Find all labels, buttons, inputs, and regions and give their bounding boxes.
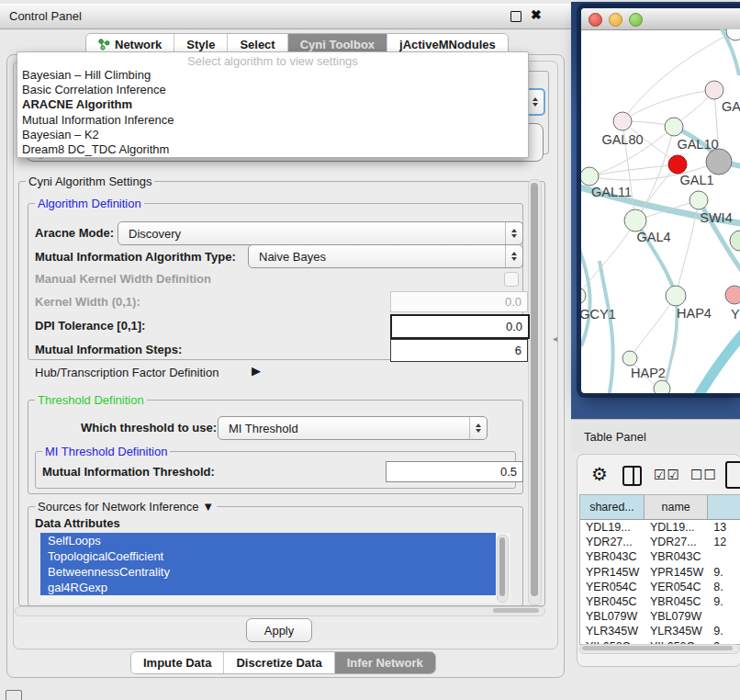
- network-canvas[interactable]: GAL GAL80 GAL10 GAL1 GAL11 SWI4 GAL4 GCY…: [581, 29, 740, 393]
- new-document-icon[interactable]: [725, 461, 740, 489]
- node-swi4[interactable]: [690, 191, 708, 209]
- column-header-partial[interactable]: [708, 495, 740, 520]
- float-window-icon[interactable]: [510, 11, 521, 22]
- tab-infer-network[interactable]: Infer Network: [335, 652, 435, 673]
- manual-kernel-checkbox[interactable]: [504, 272, 519, 287]
- node-label: SWI4: [700, 210, 732, 225]
- table-header-row: shared... name: [580, 495, 740, 520]
- mi-steps-label: Mutual Information Steps:: [35, 343, 182, 356]
- minimize-traffic-light[interactable]: [609, 13, 622, 27]
- node-label: GCY1: [581, 307, 616, 322]
- table-row[interactable]: YDL19...YDL19...13: [580, 520, 740, 536]
- menu-item-aracne[interactable]: ARACNE Algorithm: [17, 97, 528, 112]
- node-table: shared... name YDL19...YDL19...13 YDR27.…: [579, 494, 740, 645]
- algorithm-dropdown-popup: Select algorithm to view settings Bayesi…: [17, 51, 529, 158]
- table-row[interactable]: YBL079WYBL079W: [580, 609, 740, 624]
- control-panel-titlebar[interactable]: Control Panel: [0, 4, 571, 29]
- select-all-columns-icon[interactable]: ☑☑: [654, 467, 680, 483]
- hub-expander-label: Hub/Transcription Factor Definition: [35, 366, 219, 379]
- menu-item-mutual-information[interactable]: Mutual Information Inference: [17, 113, 528, 128]
- attr-item-topologicalcoefficient[interactable]: TopologicalCoefficient: [40, 548, 496, 564]
- which-threshold-combo[interactable]: MI Threshold: [218, 416, 488, 440]
- menu-item-bayesian-k2[interactable]: Bayesian – K2: [17, 128, 528, 142]
- settings-scrollbar-thumb[interactable]: [531, 183, 538, 596]
- table-horizontal-scrollbar[interactable]: [579, 644, 740, 654]
- node-label: GAL1: [679, 173, 713, 187]
- column-header-shared-name[interactable]: shared...: [580, 495, 644, 520]
- node-gray[interactable]: [706, 149, 732, 175]
- dpi-tolerance-field[interactable]: 0.0: [390, 314, 530, 339]
- tab-impute-data[interactable]: Impute Data: [131, 652, 224, 673]
- panel-dock-icon[interactable]: [6, 690, 22, 700]
- table-row[interactable]: YBR045CYBR045C9.: [580, 594, 740, 609]
- which-threshold-label: Which threshold to use:: [81, 421, 217, 435]
- mi-type-combo[interactable]: Naive Bayes: [248, 244, 523, 268]
- table-row[interactable]: YLR345WYLR345W9.: [580, 624, 740, 638]
- menu-item-basic-correlation[interactable]: Basic Correlation Inference: [17, 83, 528, 97]
- node-red-gal1[interactable]: [668, 155, 687, 174]
- apply-button[interactable]: Apply: [246, 618, 312, 642]
- settings-hscrollbar-thumb[interactable]: [493, 608, 539, 613]
- attr-item-betweennesscentrality[interactable]: BetweennessCentrality: [40, 564, 496, 580]
- network-icon: [98, 39, 110, 51]
- dpi-tolerance-label: DPI Tolerance [0,1]:: [35, 319, 145, 333]
- threshold-definition-title: Threshold Definition: [35, 393, 147, 407]
- gear-icon[interactable]: ⚙: [591, 463, 608, 485]
- split-columns-icon[interactable]: [622, 466, 642, 486]
- attr-item-selfloops[interactable]: SelfLoops: [40, 533, 496, 548]
- kernel-width-field[interactable]: 0.0: [390, 291, 528, 312]
- attr-list-scrollbar[interactable]: [497, 535, 509, 603]
- table-row[interactable]: YBR043CYBR043C: [580, 549, 740, 564]
- combo-stepper-icon: [469, 417, 487, 439]
- table-panel-titlebar[interactable]: Table Panel: [571, 419, 740, 453]
- algorithm-prompt: Select algorithm to view settings: [17, 54, 528, 68]
- control-panel-title: Control Panel: [9, 9, 82, 23]
- manual-kernel-label: Manual Kernel Width Definition: [35, 272, 211, 286]
- aracne-mode-label: Aracne Mode:: [35, 226, 114, 240]
- node-gal10[interactable]: [665, 118, 683, 136]
- node-hap2[interactable]: [622, 351, 637, 366]
- menu-item-dream8[interactable]: Dream8 DC_TDC Algorithm: [17, 142, 528, 157]
- tab-discretize-data[interactable]: Discretize Data: [224, 652, 334, 673]
- menu-item-bayesian-hill-climbing[interactable]: Bayesian – Hill Climbing: [17, 68, 528, 83]
- combo-stepper-icon: [505, 245, 522, 267]
- settings-horizontal-scrollbar[interactable]: [15, 606, 545, 616]
- node-gal4[interactable]: [624, 209, 646, 231]
- node-gcy1[interactable]: [581, 288, 586, 304]
- node-hap4[interactable]: [666, 286, 686, 306]
- table-panel-title: Table Panel: [584, 430, 646, 444]
- node-label: HAP4: [677, 306, 712, 321]
- table-row[interactable]: YPR145WYPR145W9.: [580, 565, 740, 580]
- sources-expander-arrow-icon[interactable]: ▼: [202, 500, 214, 514]
- panel-divider-arrow-icon[interactable]: ◂: [553, 333, 557, 344]
- node-label: GAL: [722, 99, 740, 114]
- mi-steps-field[interactable]: 6: [390, 339, 528, 362]
- zoom-traffic-light[interactable]: [629, 13, 643, 27]
- node-partial-right[interactable]: [730, 231, 740, 251]
- settings-vertical-scrollbar[interactable]: [528, 179, 542, 605]
- attr-list-scrollbar-thumb[interactable]: [499, 537, 505, 596]
- table-row[interactable]: YDR27...YDR27...12: [580, 535, 740, 549]
- node-gal-pink[interactable]: [705, 81, 723, 99]
- data-attributes-list: SelfLoops TopologicalCoefficient Between…: [40, 533, 510, 603]
- node-partial-bottom[interactable]: [654, 380, 670, 393]
- hub-expander-arrow-icon[interactable]: ▶: [252, 364, 261, 378]
- mi-threshold-field[interactable]: 0.5: [386, 461, 523, 482]
- column-header-name[interactable]: name: [644, 495, 707, 520]
- attr-item-gal4rgexp[interactable]: gal4RGexp: [40, 580, 496, 595]
- table-hscrollbar-thumb[interactable]: [582, 646, 733, 650]
- node-gal11[interactable]: [581, 167, 599, 186]
- deselect-all-columns-icon[interactable]: ☐☐: [690, 467, 717, 483]
- node-label: Y: [731, 307, 740, 322]
- close-icon[interactable]: ✖: [531, 7, 542, 22]
- sources-group-title: Sources for Network Inference ▼: [35, 500, 217, 514]
- network-window-titlebar[interactable]: [581, 8, 740, 30]
- table-row[interactable]: YER054CYER054C8.: [580, 580, 740, 594]
- close-traffic-light[interactable]: [589, 13, 602, 27]
- network-view-window[interactable]: GAL GAL80 GAL10 GAL1 GAL11 SWI4 GAL4 GCY…: [581, 8, 740, 393]
- node-label: GAL4: [636, 230, 670, 244]
- node-gal80[interactable]: [613, 112, 632, 130]
- aracne-mode-combo[interactable]: Discovery: [118, 221, 523, 245]
- node-salmon[interactable]: [725, 286, 740, 304]
- kernel-width-label: Kernel Width (0,1):: [35, 295, 140, 309]
